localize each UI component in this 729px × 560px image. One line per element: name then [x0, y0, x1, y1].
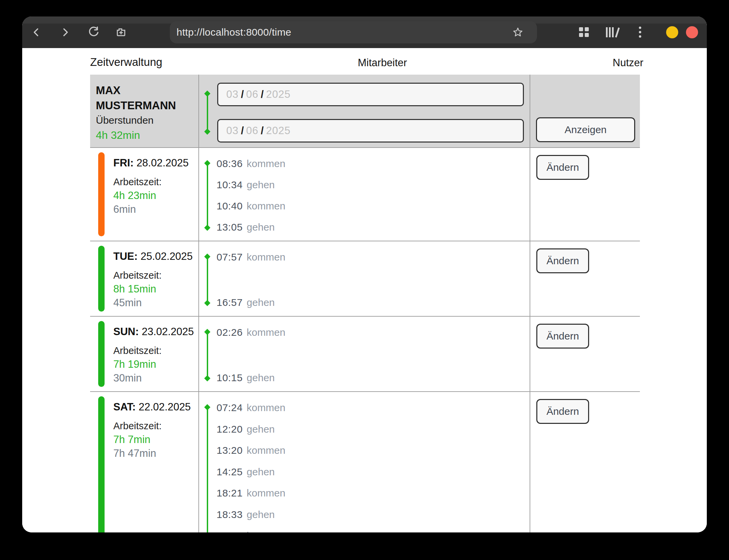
- day-date: TUE: 25.02.2025: [113, 249, 198, 264]
- tab-overview-grid-icon[interactable]: [579, 27, 589, 37]
- entry-type: kommen: [247, 402, 285, 413]
- day-date: SUN: 23.02.2025: [113, 325, 198, 339]
- entry-type: gehen: [247, 297, 275, 308]
- day-row: SAT: 22.02.2025Arbeitszeit:7h 7min7h 47m…: [90, 391, 640, 532]
- browser-window: http://localhost:8000/time Zeitverwaltun…: [22, 16, 707, 532]
- forward-button[interactable]: [59, 26, 72, 39]
- time-entry: 13:05gehen: [217, 221, 530, 234]
- pause-value: 30min: [113, 371, 198, 385]
- nav-zeitverwaltung[interactable]: Zeitverwaltung: [90, 56, 162, 69]
- desktop-background: http://localhost:8000/time Zeitverwaltun…: [0, 0, 729, 560]
- day-status-bar: [98, 321, 105, 387]
- day-rows-container: FRI: 28.02.2025Arbeitszeit:4h 23min6min0…: [90, 147, 640, 532]
- entry-time: 16:57: [217, 297, 243, 308]
- day-date-value: 22.02.2025: [136, 401, 191, 413]
- entry-type: kommen: [247, 530, 285, 532]
- entry-type: gehen: [247, 372, 275, 383]
- day-row: SUN: 23.02.2025Arbeitszeit:7h 19min30min…: [90, 316, 640, 391]
- entry-time: 08:36: [217, 158, 243, 169]
- url-bar[interactable]: http://localhost:8000/time: [170, 21, 537, 43]
- day-summary-text: TUE: 25.02.2025Arbeitszeit:8h 15min45min: [90, 241, 198, 310]
- date-range-arrow-icon: [204, 91, 210, 134]
- library-icon[interactable]: [605, 27, 619, 38]
- minimize-button[interactable]: [666, 26, 678, 38]
- back-button[interactable]: [30, 26, 43, 39]
- day-status-bar: [98, 246, 105, 312]
- apply-cell: Anzeigen: [530, 75, 640, 147]
- employee-name: MAX MUSTERMANN: [96, 83, 183, 113]
- day-date: FRI: 28.02.2025: [113, 156, 198, 170]
- entry-type: kommen: [247, 200, 285, 211]
- back-icon: [31, 27, 42, 38]
- aendern-button[interactable]: Ändern: [536, 155, 589, 180]
- day-summary-text: FRI: 28.02.2025Arbeitszeit:4h 23min6min: [90, 148, 198, 216]
- time-table: MAX MUSTERMANN Überstunden 4h 32min 03/0…: [90, 75, 640, 532]
- aendern-button[interactable]: Ändern: [536, 399, 589, 424]
- forward-icon: [60, 27, 71, 38]
- day-status-bar: [98, 396, 105, 532]
- time-entry: 14:25gehen: [217, 465, 530, 479]
- menu-kebab-icon[interactable]: [638, 26, 642, 39]
- reload-button[interactable]: [87, 26, 100, 39]
- close-button[interactable]: [686, 26, 698, 38]
- page-content: Zeitverwaltung Mitarbeiter Nutzer MAX MU…: [22, 48, 707, 532]
- entry-type: gehen: [247, 509, 275, 520]
- pause-value: 6min: [113, 202, 198, 216]
- day-date-value: 25.02.2025: [138, 250, 193, 262]
- time-entry: 16:57gehen: [217, 296, 530, 309]
- entry-type: kommen: [247, 251, 285, 263]
- employee-summary-cell: MAX MUSTERMANN Überstunden 4h 32min: [90, 75, 198, 147]
- day-summary-cell: FRI: 28.02.2025Arbeitszeit:4h 23min6min: [90, 148, 198, 241]
- date-range-cell: 03/06/2025 03/06/2025: [198, 75, 530, 147]
- worktime-value: 7h 19min: [113, 357, 198, 371]
- day-summary-cell: TUE: 25.02.2025Arbeitszeit:8h 15min45min: [90, 241, 198, 316]
- worktime-label: Arbeitszeit:: [113, 419, 198, 433]
- day-action-cell: Ändern: [530, 392, 640, 532]
- time-entry: 18:21kommen: [217, 486, 530, 500]
- time-entry: 18:33gehen: [217, 508, 530, 521]
- entry-type: kommen: [247, 327, 285, 338]
- new-tab-button[interactable]: [114, 26, 128, 39]
- reload-icon: [87, 26, 100, 38]
- day-entries-cell: 07:57kommen16:57gehen: [198, 241, 530, 316]
- entry-time: 10:34: [217, 179, 243, 190]
- bookmark-star-icon[interactable]: [512, 27, 524, 39]
- aendern-button[interactable]: Ändern: [536, 324, 589, 349]
- entry-time: 07:24: [217, 402, 243, 413]
- new-tab-icon: [115, 26, 127, 38]
- entry-time: 10:40: [217, 200, 243, 211]
- pause-value: 7h 47min: [113, 446, 198, 460]
- day-summary-cell: SUN: 23.02.2025Arbeitszeit:7h 19min30min: [90, 317, 198, 391]
- entry-time: 13:20: [217, 445, 243, 456]
- table-header-row: MAX MUSTERMANN Überstunden 4h 32min 03/0…: [90, 75, 640, 147]
- entry-time: 21:34: [217, 530, 243, 532]
- day-entries-cell: 08:36kommen10:34gehen10:40kommen13:05geh…: [198, 148, 530, 241]
- worktime-label: Arbeitszeit:: [113, 344, 198, 357]
- entry-type: kommen: [247, 158, 285, 169]
- day-summary-cell: SAT: 22.02.2025Arbeitszeit:7h 7min7h 47m…: [90, 392, 198, 532]
- time-entry: 13:20kommen: [217, 444, 530, 457]
- pause-value: 45min: [113, 296, 198, 310]
- entry-time: 12:20: [217, 424, 243, 435]
- entry-type: gehen: [247, 179, 275, 190]
- day-entries-cell: 07:24kommen12:20gehen13:20kommen14:25geh…: [198, 392, 530, 532]
- date-from-input[interactable]: 03/06/2025: [217, 83, 524, 106]
- time-entry-list: 02:26kommen10:15gehen: [199, 317, 530, 391]
- nav-mitarbeiter[interactable]: Mitarbeiter: [358, 57, 407, 69]
- day-action-cell: Ändern: [530, 317, 640, 391]
- aendern-button[interactable]: Ändern: [536, 248, 589, 273]
- date-to-input[interactable]: 03/06/2025: [217, 119, 524, 143]
- day-action-cell: Ändern: [530, 241, 640, 316]
- entry-time: 10:15: [217, 372, 243, 383]
- entry-time: 13:05: [217, 222, 243, 233]
- day-date: SAT: 22.02.2025: [113, 400, 198, 414]
- day-weekday: FRI:: [113, 157, 133, 169]
- url-text[interactable]: http://localhost:8000/time: [170, 27, 291, 38]
- nav-nutzer[interactable]: Nutzer: [613, 57, 643, 69]
- overtime-value: 4h 32min: [96, 128, 198, 143]
- time-entry-list: 07:24kommen12:20gehen13:20kommen14:25geh…: [199, 392, 530, 532]
- time-entry: 10:34gehen: [217, 178, 530, 192]
- time-entry: 10:40kommen: [217, 199, 530, 213]
- entry-time: 07:57: [217, 251, 243, 263]
- anzeigen-button[interactable]: Anzeigen: [536, 117, 635, 142]
